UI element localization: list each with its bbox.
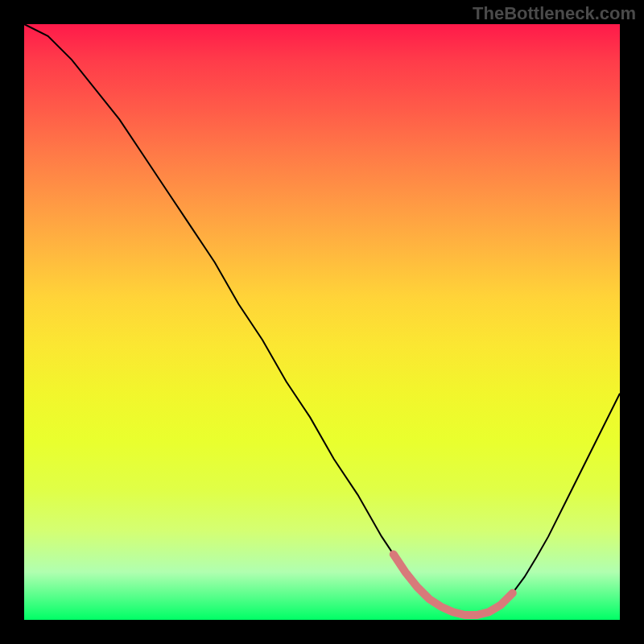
optimal-zone-highlight [394, 555, 513, 615]
bottleneck-curve [24, 24, 620, 615]
plot-area [24, 24, 620, 620]
watermark-text: TheBottleneck.com [473, 3, 636, 24]
curve-svg [24, 24, 620, 620]
chart-container: TheBottleneck.com [0, 0, 644, 644]
